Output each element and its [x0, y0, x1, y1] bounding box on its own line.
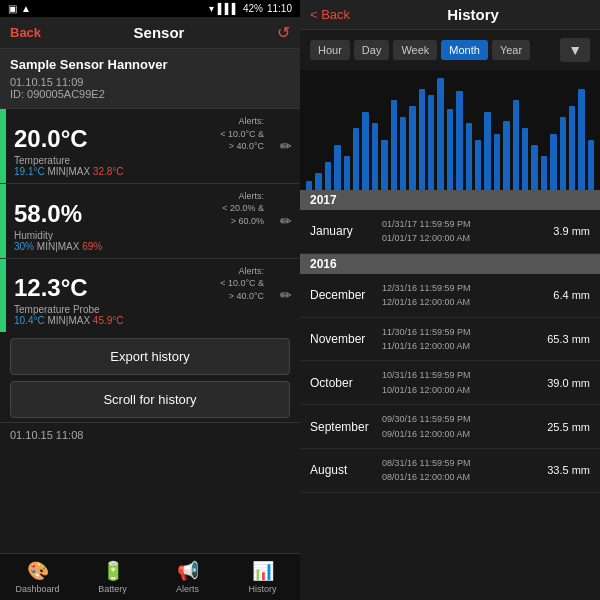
sensor-name: Sample Sensor Hannover: [0, 49, 300, 74]
history-value: 3.9 mm: [553, 225, 590, 237]
chart-bar: [391, 100, 397, 190]
chart-bar: [306, 181, 312, 190]
history-value: 25.5 mm: [547, 421, 590, 433]
date-range: 11/30/16 11:59:59 PM11/01/16 12:00:00 AM: [382, 325, 547, 354]
value-row: 20.0°C Alerts:< 10.0°C &> 40.0°C: [14, 115, 264, 153]
history-row-november[interactable]: November 11/30/16 11:59:59 PM11/01/16 12…: [300, 318, 600, 362]
dashboard-icon: 🎨: [27, 560, 49, 582]
right-back-button[interactable]: < Back: [310, 7, 350, 22]
nav-history[interactable]: 📊 History: [225, 554, 300, 600]
history-row-august[interactable]: August 08/31/16 11:59:59 PM08/01/16 12:0…: [300, 449, 600, 493]
date-range: 08/31/16 11:59:59 PM08/01/16 12:00:00 AM: [382, 456, 547, 485]
alerts-icon: 📢: [177, 560, 199, 582]
chart-bar: [550, 134, 556, 190]
chart-bar: [437, 78, 443, 190]
humidity-value-row: 58.0% Alerts:< 20.0% &> 60.0%: [14, 190, 264, 228]
chart-bar: [344, 156, 350, 190]
chart-bar: [325, 162, 331, 190]
dropdown-button[interactable]: ▼: [560, 38, 590, 62]
nav-alerts[interactable]: 📢 Alerts: [150, 554, 225, 600]
chart-bar: [503, 121, 509, 190]
history-icon: 📊: [252, 560, 274, 582]
triangle-icon: ▲: [21, 3, 31, 14]
history-value: 6.4 mm: [553, 289, 590, 301]
date-range: 10/31/16 11:59:59 PM10/01/16 12:00:00 AM: [382, 368, 547, 397]
history-value: 39.0 mm: [547, 377, 590, 389]
status-bar-left: ▣ ▲: [8, 3, 31, 14]
humidity-max: 69%: [82, 241, 102, 252]
history-row-january[interactable]: January 01/31/17 11:59:59 PM01/01/17 12:…: [300, 210, 600, 254]
top-bar: Back Sensor ↺: [0, 17, 300, 49]
humidity-label: Humidity: [14, 230, 264, 241]
refresh-icon[interactable]: ↺: [277, 23, 290, 42]
page-title: Sensor: [134, 24, 185, 41]
history-row-september[interactable]: September 09/30/16 11:59:59 PM09/01/16 1…: [300, 405, 600, 449]
temperature-value: 20.0°C: [14, 125, 88, 153]
humidity-card: 58.0% Alerts:< 20.0% &> 60.0% Humidity 3…: [0, 183, 300, 258]
date-range: 12/31/16 11:59:59 PM12/01/16 12:00:00 AM: [382, 281, 553, 310]
probe-min-label: MIN|MAX: [47, 315, 92, 326]
history-row-october[interactable]: October 10/31/16 11:59:59 PM10/01/16 12:…: [300, 361, 600, 405]
tab-week[interactable]: Week: [393, 40, 437, 60]
probe-minmax: 10.4°C MIN|MAX 45.9°C: [14, 315, 264, 326]
year-header-2017: 2017: [300, 190, 600, 210]
tab-year[interactable]: Year: [492, 40, 530, 60]
chart-bar: [522, 128, 528, 190]
temperature-card: 20.0°C Alerts:< 10.0°C &> 40.0°C Tempera…: [0, 108, 300, 183]
clock: 11:10: [267, 3, 292, 14]
probe-label: Temperature Probe: [14, 304, 264, 315]
history-value: 65.3 mm: [547, 333, 590, 345]
chart-bar: [456, 91, 462, 190]
humidity-value: 58.0%: [14, 200, 82, 228]
month-label: December: [310, 288, 382, 302]
chart-bar: [513, 100, 519, 190]
chart-bar: [334, 145, 340, 190]
edit-humidity-icon[interactable]: ✏: [272, 184, 300, 258]
tab-month[interactable]: Month: [441, 40, 488, 60]
year-header-2016: 2016: [300, 254, 600, 274]
nav-alerts-label: Alerts: [176, 584, 199, 594]
temp-max: 32.8°C: [93, 166, 124, 177]
tab-hour[interactable]: Hour: [310, 40, 350, 60]
sensor-id-text: ID: 090005AC99E2: [10, 88, 105, 100]
chart-bar: [353, 128, 359, 190]
humidity-alerts: Alerts:< 20.0% &> 60.0%: [222, 190, 264, 228]
battery-icon: 🔋: [102, 560, 124, 582]
history-row-december[interactable]: December 12/31/16 11:59:59 PM12/01/16 12…: [300, 274, 600, 318]
chart-bar: [447, 109, 453, 190]
chart-bar: [475, 140, 481, 190]
right-page-title: History: [356, 6, 590, 23]
humidity-minmax: 30% MIN|MAX 69%: [14, 241, 264, 252]
scroll-history-button[interactable]: Scroll for history: [10, 381, 290, 418]
chart-bar: [381, 140, 387, 190]
export-history-button[interactable]: Export history: [10, 338, 290, 375]
chart-bar: [560, 117, 566, 190]
nav-battery[interactable]: 🔋 Battery: [75, 554, 150, 600]
sensor-main-humidity: 58.0% Alerts:< 20.0% &> 60.0% Humidity 3…: [6, 184, 272, 258]
edit-probe-icon[interactable]: ✏: [272, 259, 300, 333]
back-button[interactable]: Back: [10, 25, 41, 40]
sensor-main-temp: 20.0°C Alerts:< 10.0°C &> 40.0°C Tempera…: [6, 109, 272, 183]
time-tabs: Hour Day Week Month Year ▼: [300, 30, 600, 70]
probe-value-row: 12.3°C Alerts:< 10.0°C &> 40.0°C: [14, 265, 264, 303]
month-label: September: [310, 420, 382, 434]
nav-dashboard[interactable]: 🎨 Dashboard: [0, 554, 75, 600]
probe-alerts: Alerts:< 10.0°C &> 40.0°C: [220, 265, 264, 303]
chart-bar: [569, 106, 575, 190]
chart-bar: [494, 134, 500, 190]
right-panel: < Back History Hour Day Week Month Year …: [300, 0, 600, 600]
sensor-info: 01.10.15 11:09 ID: 090005AC99E2: [0, 74, 300, 108]
chart-bar: [428, 95, 434, 190]
edit-temperature-icon[interactable]: ✏: [272, 109, 300, 183]
humidity-min: 30%: [14, 241, 34, 252]
month-label: January: [310, 224, 382, 238]
tab-day[interactable]: Day: [354, 40, 390, 60]
history-list: 2017 January 01/31/17 11:59:59 PM01/01/1…: [300, 190, 600, 600]
temperature-alerts: Alerts:< 10.0°C &> 40.0°C: [220, 115, 264, 153]
month-label: November: [310, 332, 382, 346]
temperature-label: Temperature: [14, 155, 264, 166]
probe-value: 12.3°C: [14, 274, 88, 302]
sensor-date: 01.10.15 11:09: [10, 76, 83, 88]
temp-min-label: MIN|MAX: [47, 166, 92, 177]
month-label: August: [310, 463, 382, 477]
